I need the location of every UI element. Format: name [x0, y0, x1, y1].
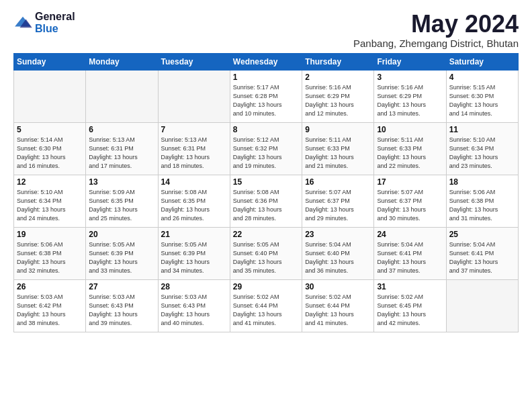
day-number: 11	[449, 125, 515, 134]
day-detail: Sunrise: 5:10 AM Sunset: 6:34 PM Dayligh…	[449, 136, 515, 171]
day-number: 2	[305, 73, 371, 82]
logo: General Blue	[13, 11, 75, 35]
weekday-header: Thursday	[302, 53, 374, 70]
day-detail: Sunrise: 5:12 AM Sunset: 6:32 PM Dayligh…	[233, 136, 299, 171]
calendar: SundayMondayTuesdayWednesdayThursdayFrid…	[13, 53, 519, 332]
calendar-week-row: 1Sunrise: 5:17 AM Sunset: 6:28 PM Daylig…	[14, 70, 519, 122]
calendar-week-row: 26Sunrise: 5:03 AM Sunset: 6:42 PM Dayli…	[14, 279, 519, 332]
calendar-cell: 1Sunrise: 5:17 AM Sunset: 6:28 PM Daylig…	[230, 70, 302, 122]
calendar-cell: 25Sunrise: 5:04 AM Sunset: 6:41 PM Dayli…	[446, 227, 518, 279]
page: General Blue May 2024 Panbang, Zhemgang …	[0, 0, 532, 339]
day-detail: Sunrise: 5:13 AM Sunset: 6:31 PM Dayligh…	[89, 136, 154, 171]
day-number: 30	[305, 282, 371, 291]
day-detail: Sunrise: 5:03 AM Sunset: 6:42 PM Dayligh…	[17, 293, 83, 328]
day-detail: Sunrise: 5:02 AM Sunset: 6:45 PM Dayligh…	[377, 293, 443, 328]
calendar-week-row: 12Sunrise: 5:10 AM Sunset: 6:34 PM Dayli…	[14, 175, 519, 227]
day-detail: Sunrise: 5:13 AM Sunset: 6:31 PM Dayligh…	[161, 136, 227, 171]
weekday-header-row: SundayMondayTuesdayWednesdayThursdayFrid…	[14, 53, 519, 70]
day-detail: Sunrise: 5:16 AM Sunset: 6:29 PM Dayligh…	[305, 83, 371, 118]
day-number: 1	[233, 73, 299, 82]
day-number: 6	[89, 125, 154, 134]
weekday-header: Wednesday	[230, 53, 302, 70]
weekday-header: Friday	[374, 53, 446, 70]
day-detail: Sunrise: 5:08 AM Sunset: 6:36 PM Dayligh…	[233, 188, 299, 223]
calendar-cell: 30Sunrise: 5:02 AM Sunset: 6:44 PM Dayli…	[302, 279, 374, 332]
calendar-cell: 3Sunrise: 5:16 AM Sunset: 6:29 PM Daylig…	[374, 70, 446, 122]
day-detail: Sunrise: 5:06 AM Sunset: 6:38 PM Dayligh…	[17, 240, 83, 275]
calendar-cell: 29Sunrise: 5:02 AM Sunset: 6:44 PM Dayli…	[230, 279, 302, 332]
day-detail: Sunrise: 5:16 AM Sunset: 6:29 PM Dayligh…	[377, 83, 443, 118]
day-detail: Sunrise: 5:07 AM Sunset: 6:37 PM Dayligh…	[305, 188, 371, 223]
header: General Blue May 2024 Panbang, Zhemgang …	[13, 11, 519, 49]
calendar-cell: 21Sunrise: 5:05 AM Sunset: 6:39 PM Dayli…	[158, 227, 230, 279]
calendar-cell: 8Sunrise: 5:12 AM Sunset: 6:32 PM Daylig…	[230, 122, 302, 175]
calendar-cell: 2Sunrise: 5:16 AM Sunset: 6:29 PM Daylig…	[302, 70, 374, 122]
day-detail: Sunrise: 5:04 AM Sunset: 6:40 PM Dayligh…	[305, 240, 371, 275]
weekday-header: Sunday	[14, 53, 86, 70]
calendar-cell: 13Sunrise: 5:09 AM Sunset: 6:35 PM Dayli…	[86, 175, 158, 227]
day-detail: Sunrise: 5:04 AM Sunset: 6:41 PM Dayligh…	[449, 240, 515, 275]
calendar-cell: 14Sunrise: 5:08 AM Sunset: 6:35 PM Dayli…	[158, 175, 230, 227]
day-number: 29	[233, 282, 299, 291]
calendar-cell: 9Sunrise: 5:11 AM Sunset: 6:33 PM Daylig…	[302, 122, 374, 175]
calendar-cell: 5Sunrise: 5:14 AM Sunset: 6:30 PM Daylig…	[14, 122, 86, 175]
calendar-cell	[14, 70, 86, 122]
day-detail: Sunrise: 5:10 AM Sunset: 6:34 PM Dayligh…	[17, 188, 83, 223]
day-detail: Sunrise: 5:14 AM Sunset: 6:30 PM Dayligh…	[17, 136, 83, 171]
day-number: 16	[305, 177, 371, 187]
day-number: 12	[17, 177, 83, 187]
calendar-cell: 31Sunrise: 5:02 AM Sunset: 6:45 PM Dayli…	[374, 279, 446, 332]
day-number: 26	[17, 282, 83, 291]
calendar-cell	[446, 279, 518, 332]
day-detail: Sunrise: 5:04 AM Sunset: 6:41 PM Dayligh…	[377, 240, 443, 275]
day-number: 3	[377, 73, 443, 82]
day-number: 17	[377, 177, 443, 187]
day-detail: Sunrise: 5:05 AM Sunset: 6:40 PM Dayligh…	[233, 240, 299, 275]
day-detail: Sunrise: 5:17 AM Sunset: 6:28 PM Dayligh…	[233, 83, 299, 118]
day-number: 25	[449, 230, 515, 239]
main-title: May 2024	[353, 11, 519, 38]
weekday-header: Tuesday	[158, 53, 230, 70]
calendar-cell: 23Sunrise: 5:04 AM Sunset: 6:40 PM Dayli…	[302, 227, 374, 279]
calendar-cell: 10Sunrise: 5:11 AM Sunset: 6:33 PM Dayli…	[374, 122, 446, 175]
day-detail: Sunrise: 5:09 AM Sunset: 6:35 PM Dayligh…	[89, 188, 154, 223]
day-number: 9	[305, 125, 371, 134]
calendar-cell: 7Sunrise: 5:13 AM Sunset: 6:31 PM Daylig…	[158, 122, 230, 175]
calendar-week-row: 5Sunrise: 5:14 AM Sunset: 6:30 PM Daylig…	[14, 122, 519, 175]
day-number: 28	[161, 282, 227, 291]
day-detail: Sunrise: 5:02 AM Sunset: 6:44 PM Dayligh…	[233, 293, 299, 328]
day-detail: Sunrise: 5:06 AM Sunset: 6:38 PM Dayligh…	[449, 188, 515, 223]
logo-general: General	[35, 11, 75, 22]
calendar-cell: 16Sunrise: 5:07 AM Sunset: 6:37 PM Dayli…	[302, 175, 374, 227]
day-detail: Sunrise: 5:02 AM Sunset: 6:44 PM Dayligh…	[305, 293, 371, 328]
day-number: 22	[233, 230, 299, 239]
day-number: 31	[377, 282, 443, 291]
day-number: 23	[305, 230, 371, 239]
day-number: 13	[89, 177, 154, 187]
day-detail: Sunrise: 5:08 AM Sunset: 6:35 PM Dayligh…	[161, 188, 227, 223]
day-number: 7	[161, 125, 227, 134]
logo-blue: Blue	[35, 23, 58, 34]
day-number: 5	[17, 125, 83, 134]
day-detail: Sunrise: 5:05 AM Sunset: 6:39 PM Dayligh…	[89, 240, 154, 275]
day-number: 4	[449, 73, 515, 82]
day-detail: Sunrise: 5:05 AM Sunset: 6:39 PM Dayligh…	[161, 240, 227, 275]
calendar-cell: 15Sunrise: 5:08 AM Sunset: 6:36 PM Dayli…	[230, 175, 302, 227]
calendar-cell: 12Sunrise: 5:10 AM Sunset: 6:34 PM Dayli…	[14, 175, 86, 227]
day-number: 10	[377, 125, 443, 134]
calendar-cell: 19Sunrise: 5:06 AM Sunset: 6:38 PM Dayli…	[14, 227, 86, 279]
day-number: 14	[161, 177, 227, 187]
calendar-cell: 20Sunrise: 5:05 AM Sunset: 6:39 PM Dayli…	[86, 227, 158, 279]
calendar-cell: 4Sunrise: 5:15 AM Sunset: 6:30 PM Daylig…	[446, 70, 518, 122]
day-detail: Sunrise: 5:07 AM Sunset: 6:37 PM Dayligh…	[377, 188, 443, 223]
title-block: May 2024 Panbang, Zhemgang District, Bhu…	[353, 11, 519, 49]
day-number: 20	[89, 230, 154, 239]
calendar-cell	[86, 70, 158, 122]
day-number: 18	[449, 177, 515, 187]
day-detail: Sunrise: 5:03 AM Sunset: 6:43 PM Dayligh…	[89, 293, 154, 328]
day-number: 21	[161, 230, 227, 239]
day-number: 19	[17, 230, 83, 239]
day-number: 15	[233, 177, 299, 187]
day-detail: Sunrise: 5:11 AM Sunset: 6:33 PM Dayligh…	[305, 136, 371, 171]
logo-text: General Blue	[35, 11, 75, 35]
